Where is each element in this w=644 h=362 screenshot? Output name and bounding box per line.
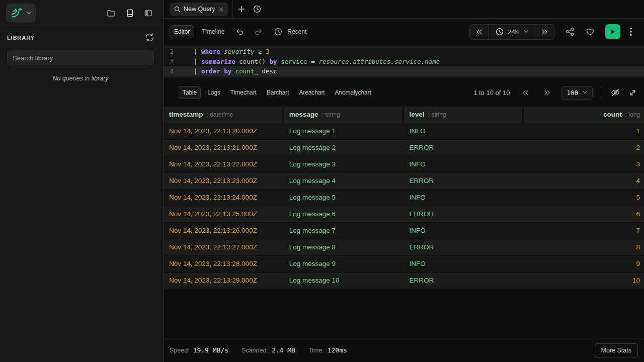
workspace-menu-button[interactable]: [6, 4, 36, 23]
code-text: | where severity ≥ 3: [174, 48, 270, 55]
table-row[interactable]: Nov 14, 2023, 22:13:25.000ZLog message 6…: [164, 206, 644, 223]
folder-icon[interactable]: [107, 9, 116, 18]
cell-cnt: 10: [524, 273, 644, 289]
view-tab-table[interactable]: Table: [179, 86, 201, 99]
table-row[interactable]: Nov 14, 2023, 22:13:22.000ZLog message 3…: [164, 156, 644, 173]
results-panel: TableLogsTimechartBarchartAreachartAnoma…: [164, 78, 644, 362]
cell-lvl: ERROR: [404, 273, 524, 289]
view-tab-areachart[interactable]: Areachart: [299, 89, 325, 96]
column-type: : long: [625, 111, 640, 118]
query-toolbar: Editor Timeline Recent: [164, 19, 644, 45]
tab-strip: New Query: [164, 0, 644, 19]
history-icon[interactable]: [253, 5, 261, 13]
view-tab-barchart[interactable]: Barchart: [267, 89, 289, 96]
cell-msg: Log message 5: [284, 190, 404, 206]
table-row[interactable]: Nov 14, 2023, 22:13:21.000ZLog message 2…: [164, 140, 644, 156]
share-icon[interactable]: [566, 27, 575, 36]
time-forward-button[interactable]: [535, 25, 554, 39]
column-header-level[interactable]: level: string: [404, 107, 524, 123]
column-header-count[interactable]: count: long: [524, 107, 644, 123]
sidebar: LIBRARY No queries in library: [0, 0, 164, 362]
results-empty-space: [164, 289, 644, 338]
new-tab-button[interactable]: [238, 6, 245, 13]
cell-ts: Nov 14, 2023, 22:13:23.000Z: [164, 173, 284, 189]
pagination-range: 1 to 10 of 10: [473, 89, 510, 97]
more-stats-button[interactable]: More Stats: [595, 343, 638, 357]
time-value: 120ms: [328, 346, 347, 354]
table-row[interactable]: Nov 14, 2023, 22:13:23.000ZLog message 4…: [164, 173, 644, 190]
cell-lvl: ERROR: [404, 239, 524, 255]
sidebar-panel-icon[interactable]: [144, 9, 153, 18]
time-label: Time:: [308, 347, 324, 354]
table-row[interactable]: Nov 14, 2023, 22:13:28.000ZLog message 9…: [164, 256, 644, 273]
cell-ts: Nov 14, 2023, 22:13:27.000Z: [164, 239, 284, 255]
view-tab-anomalychart[interactable]: Anomalychart: [335, 89, 371, 96]
redo-icon[interactable]: [255, 28, 263, 36]
results-toolbar: TableLogsTimechartBarchartAreachartAnoma…: [164, 79, 644, 107]
expand-icon[interactable]: [628, 88, 637, 97]
hide-columns-icon[interactable]: [610, 87, 620, 98]
clock-icon: [496, 28, 504, 36]
editor-button[interactable]: Editor: [170, 25, 194, 38]
cell-lvl: INFO: [404, 190, 524, 206]
table-row[interactable]: Nov 14, 2023, 22:13:24.000ZLog message 5…: [164, 190, 644, 206]
cell-msg: Log message 2: [284, 140, 404, 156]
more-options-icon[interactable]: [630, 27, 632, 36]
scanned-label: Scanned:: [242, 347, 268, 354]
column-name: count: [603, 111, 622, 118]
table-row[interactable]: Nov 14, 2023, 22:13:26.000ZLog message 7…: [164, 223, 644, 239]
cell-lvl: INFO: [404, 256, 524, 272]
run-query-button[interactable]: [605, 24, 620, 39]
cell-lvl: INFO: [404, 156, 524, 172]
time-range-control: 24h: [469, 24, 554, 40]
undo-icon[interactable]: [235, 28, 244, 36]
page-last-icon[interactable]: [543, 89, 551, 96]
table-row[interactable]: Nov 14, 2023, 22:13:27.000ZLog message 8…: [164, 239, 644, 256]
cell-ts: Nov 14, 2023, 22:13:21.000Z: [164, 140, 284, 156]
table-row[interactable]: Nov 14, 2023, 22:13:29.000ZLog message 1…: [164, 273, 644, 289]
cell-lvl: ERROR: [404, 206, 524, 222]
cell-cnt: 3: [524, 156, 644, 172]
timeline-button[interactable]: Timeline: [202, 28, 224, 35]
code-line[interactable]: 2| where severity ≥ 3: [164, 47, 644, 57]
time-back-button[interactable]: [470, 25, 489, 39]
code-line[interactable]: 3| summarize count() by service = resour…: [164, 57, 644, 67]
code-text: | summarize count() by service = resourc…: [174, 58, 440, 65]
line-number: 3: [164, 58, 174, 65]
code-lines: 2| where severity ≥ 33| summarize count(…: [164, 47, 644, 76]
cell-cnt: 4: [524, 173, 644, 189]
query-editor[interactable]: 2| where severity ≥ 33| summarize count(…: [164, 45, 644, 78]
favorite-icon[interactable]: [586, 27, 595, 36]
axiom-logo-icon: [10, 6, 24, 20]
table-row[interactable]: Nov 14, 2023, 22:13:20.000ZLog message 1…: [164, 123, 644, 140]
stats-footer: Speed: 19.9 MB/s Scanned: 2.4 MB Time: 1…: [164, 338, 644, 362]
library-icon[interactable]: [125, 9, 134, 18]
library-search[interactable]: [7, 50, 154, 65]
cell-cnt: 9: [524, 256, 644, 272]
cell-msg: Log message 7: [284, 223, 404, 239]
view-tab-timechart[interactable]: Timechart: [230, 89, 257, 96]
time-range-button[interactable]: 24h: [489, 25, 535, 39]
library-search-input[interactable]: [13, 54, 148, 62]
cell-msg: Log message 10: [284, 273, 404, 289]
cell-ts: Nov 14, 2023, 22:13:24.000Z: [164, 190, 284, 206]
refresh-icon[interactable]: [145, 33, 154, 42]
cell-ts: Nov 14, 2023, 22:13:20.000Z: [164, 123, 284, 139]
recent-button[interactable]: Recent: [274, 28, 306, 36]
tab-close-icon[interactable]: [219, 7, 223, 12]
cell-msg: Log message 3: [284, 156, 404, 172]
column-header-message[interactable]: message: string: [284, 107, 404, 123]
line-number: 2: [164, 48, 174, 55]
scanned-value: 2.4 MB: [272, 346, 295, 354]
page-size-select[interactable]: 100: [561, 86, 593, 100]
chevron-down-icon: [524, 30, 528, 33]
cell-ts: Nov 14, 2023, 22:13:28.000Z: [164, 256, 284, 272]
view-tab-logs[interactable]: Logs: [207, 89, 220, 96]
column-header-timestamp[interactable]: timestamp: datetime: [164, 107, 284, 123]
page-first-icon[interactable]: [522, 89, 529, 96]
cell-msg: Log message 1: [284, 123, 404, 139]
cell-cnt: 8: [524, 239, 644, 255]
tab-new-query[interactable]: New Query: [170, 3, 228, 16]
code-line[interactable]: 4| order by count_ desc: [164, 66, 644, 76]
cell-msg: Log message 4: [284, 173, 404, 189]
